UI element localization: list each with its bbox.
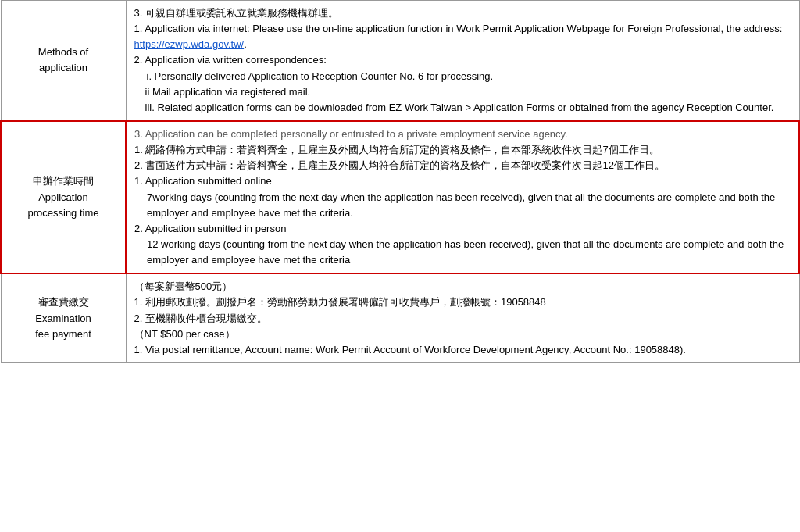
fee-cn-item-1: 1. 利用郵政劃撥。劃撥戶名：勞動部勞動力發展署聘僱許可收費專戶，劃撥帳號：19… [134,295,791,310]
page-container: Methods of application 3. 可親自辦理或委託私立就業服務… [0,0,800,363]
fee-en1-text: 1. Via postal remittance, Account name: … [134,344,686,355]
processing-partial-top: 3. Application can be completed personal… [134,127,791,142]
methods-label-en1: Methods of [38,46,88,58]
methods-sub-ii-text: ii Mail application via registered mail. [145,86,311,98]
processing-left-cell: 申辦作業時間 Application processing time [1,121,126,273]
methods-item-2: 2. Application via written correspondenc… [134,52,791,68]
processing-cn-item-1: 1. 網路傳輸方式申請：若資料齊全，且雇主及外國人均符合所訂定的資格及條件，自本… [134,142,791,158]
processing-en-item-1-body: 7working days (counting from the next da… [134,190,791,221]
processing-en1-label-text: Application submitted online [145,175,272,187]
fee-partial-text: （每案新臺幣500元） [134,280,233,292]
methods-link-after: . [244,38,247,50]
fee-label-cn: 審查費繳交 [38,296,89,308]
methods-sub-iii-text: iii. Related application forms can be do… [145,102,774,113]
main-table: Methods of application 3. 可親自辦理或委託私立就業服務… [0,0,800,363]
processing-partial-text: 3. Application can be completed personal… [134,128,568,140]
processing-en-item-1-label: 1. Application submitted online [134,173,791,189]
processing-right-cell: 3. Application can be completed personal… [126,121,799,273]
processing-en2-label-text: Application submitted in person [145,223,287,234]
processing-cn2-text: 2. 書面送件方式申請：若資料齊全，且雇主及外國人均符合所訂定的資格及條件，自本… [134,159,665,171]
processing-label-cn: 申辦作業時間 [33,175,94,187]
methods-item1-text: 1. Application via internet: Please use … [134,23,783,34]
processing-en1-num: 1. [134,175,145,187]
fee-row: 審查費繳交 Examination fee payment （每案新臺幣500元… [1,273,799,362]
methods-sub-i-text: i. Personally delivered Application to R… [147,70,494,82]
fee-cn-item-2: 2. 至機關收件櫃台現場繳交。 [134,311,791,327]
fee-right-cell: （每案新臺幣500元） 1. 利用郵政劃撥。劃撥戶名：勞動部勞動力發展署聘僱許可… [126,273,799,362]
fee-en-item-1: 1. Via postal remittance, Account name: … [134,342,791,358]
methods-sub-iii: iii. Related application forms can be do… [134,100,791,116]
methods-link[interactable]: https://ezwp.wda.gov.tw/ [134,38,245,50]
fee-cn2-text: 2. 至機關收件櫃台現場繳交。 [134,312,267,324]
fee-label-en2: fee payment [35,328,91,340]
processing-en2-body-text: 12 working days (counting from the next … [147,238,784,266]
fee-cn1-text: 1. 利用郵政劃撥。劃撥戶名：勞動部勞動力發展署聘僱許可收費專戶，劃撥帳號：19… [134,296,546,308]
methods-row: Methods of application 3. 可親自辦理或委託私立就業服務… [1,1,799,121]
processing-en1-body-text: 7working days (counting from the next da… [147,191,775,219]
methods-item2-text: 2. Application via written correspondenc… [134,54,327,66]
fee-cn-item-note: （NT $500 per case） [134,327,791,342]
processing-label-en2: processing time [27,207,98,219]
methods-sub-ii: ii Mail application via registered mail. [134,84,791,100]
fee-note-text: （NT $500 per case） [134,328,235,340]
processing-en2-num: 2. [134,223,145,234]
methods-label-en2: application [39,62,88,73]
methods-sub-i: i. Personally delivered Application to R… [134,69,791,84]
processing-label-en1: Application [38,191,88,203]
processing-cn1-text: 1. 網路傳輸方式申請：若資料齊全，且雇主及外國人均符合所訂定的資格及條件，自本… [134,144,659,155]
methods-item-3: 3. 可親自辦理或委託私立就業服務機構辦理。 [134,5,791,21]
methods-right-cell: 3. 可親自辦理或委託私立就業服務機構辦理。 1. Application vi… [126,1,799,121]
methods-item3-text: 3. 可親自辦理或委託私立就業服務機構辦理。 [134,7,338,19]
fee-partial-top: （每案新臺幣500元） [134,279,791,295]
methods-left-cell: Methods of application [1,1,126,121]
processing-cn-item-2: 2. 書面送件方式申請：若資料齊全，且雇主及外國人均符合所訂定的資格及條件，自本… [134,158,791,173]
processing-row: 申辦作業時間 Application processing time 3. Ap… [1,121,799,273]
methods-item-1: 1. Application via internet: Please use … [134,21,791,52]
processing-en-item-2-label: 2. Application submitted in person [134,221,791,237]
processing-en-item-2-body: 12 working days (counting from the next … [134,237,791,268]
fee-label-en1: Examination [35,312,91,324]
fee-left-cell: 審查費繳交 Examination fee payment [1,273,126,362]
